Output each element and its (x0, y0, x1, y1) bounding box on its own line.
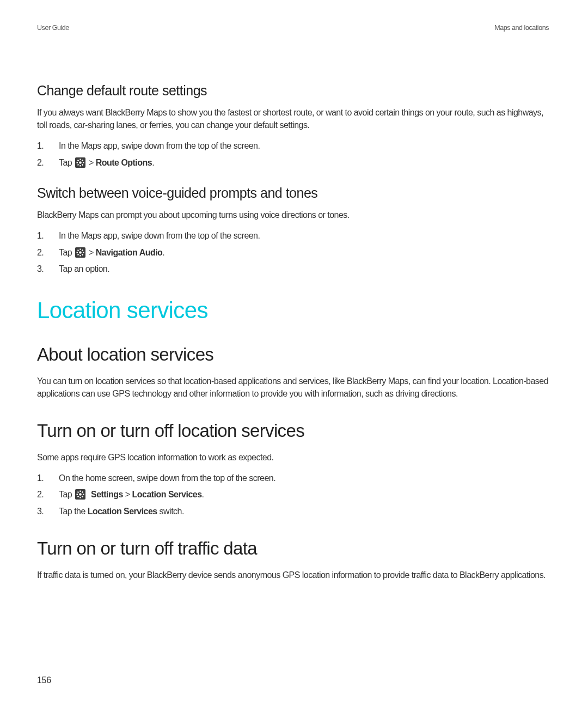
step-item: 1. In the Maps app, swipe down from the … (59, 140, 549, 152)
section-title-voice-prompts: Switch between voice-guided prompts and … (37, 185, 549, 201)
section-title-toggle-location: Turn on or turn off location services (37, 421, 549, 441)
step-text: In the Maps app, swipe down from the top… (59, 141, 260, 150)
section-intro-route-settings: If you always want BlackBerry Maps to sh… (37, 106, 549, 131)
gear-icon (75, 247, 85, 258)
step-text: Tap Settings > Location Services. (59, 490, 204, 499)
step-item: 1. On the home screen, swipe down from t… (59, 472, 549, 484)
text-fragment: . (152, 158, 154, 167)
page-header: User Guide Maps and locations (37, 24, 549, 32)
header-right: Maps and locations (494, 24, 549, 32)
text-bold: Settings (91, 490, 123, 499)
section-intro-toggle-location: Some apps require GPS location informati… (37, 451, 549, 464)
text-fragment: > (123, 490, 132, 499)
text-fragment: Tap (59, 158, 74, 167)
document-page: User Guide Maps and locations Change def… (0, 0, 588, 706)
svg-point-6 (79, 161, 82, 164)
section-title-route-settings: Change default route settings (37, 83, 549, 99)
text-fragment: . (162, 248, 164, 257)
header-left: User Guide (37, 24, 69, 32)
section-title-traffic: Turn on or turn off traffic data (37, 538, 549, 559)
text-fragment: Tap the (59, 507, 88, 516)
step-item: 2. Tap > Navigation Audio. (59, 247, 549, 259)
step-number: 3. (37, 506, 51, 518)
step-item: 3. Tap the Location Services switch. (59, 506, 549, 518)
text-fragment: > (89, 158, 96, 167)
step-item: 3. Tap an option. (59, 263, 549, 275)
text-fragment: Tap (59, 248, 74, 257)
section-intro-traffic: If traffic data is turned on, your Black… (37, 569, 549, 581)
text-fragment: switch. (157, 507, 184, 516)
steps-toggle-location: 1. On the home screen, swipe down from t… (37, 472, 549, 518)
step-text: Tap the Location Services switch. (59, 507, 184, 516)
text-bold: Location Services (88, 507, 157, 516)
step-number: 2. (37, 489, 51, 501)
step-text: Tap > Route Options. (59, 158, 154, 167)
steps-route-settings: 1. In the Maps app, swipe down from the … (37, 140, 549, 169)
section-intro-voice-prompts: BlackBerry Maps can prompt you about upc… (37, 209, 549, 221)
svg-point-13 (79, 251, 82, 254)
step-item: 1. In the Maps app, swipe down from the … (59, 230, 549, 242)
step-number: 1. (37, 140, 51, 152)
text-fragment: > (89, 248, 96, 257)
text-fragment: . (202, 490, 204, 499)
step-number: 2. (37, 157, 51, 169)
steps-voice-prompts: 1. In the Maps app, swipe down from the … (37, 230, 549, 275)
step-number: 1. (37, 472, 51, 484)
text-fragment: Tap (59, 490, 74, 499)
step-item: 2. Tap > Route Options. (59, 157, 549, 169)
page-number: 156 (37, 675, 51, 685)
section-heading-location-services: Location services (37, 297, 549, 324)
step-number: 3. (37, 263, 51, 275)
svg-point-20 (79, 494, 82, 496)
gear-icon (75, 489, 85, 500)
step-item: 2. Tap Settings > Location Services. (59, 489, 549, 501)
step-text: In the Maps app, swipe down from the top… (59, 231, 260, 240)
text-bold: Route Options (96, 158, 152, 167)
step-number: 1. (37, 230, 51, 242)
step-number: 2. (37, 247, 51, 259)
step-text: On the home screen, swipe down from the … (59, 473, 275, 483)
section-title-about-location: About location services (37, 344, 549, 365)
text-bold: Location Services (132, 490, 202, 499)
step-text: Tap > Navigation Audio. (59, 248, 164, 257)
step-text: Tap an option. (59, 264, 109, 273)
section-intro-about-location: You can turn on location services so tha… (37, 375, 549, 400)
gear-icon (75, 157, 85, 168)
text-bold: Navigation Audio (96, 248, 163, 257)
